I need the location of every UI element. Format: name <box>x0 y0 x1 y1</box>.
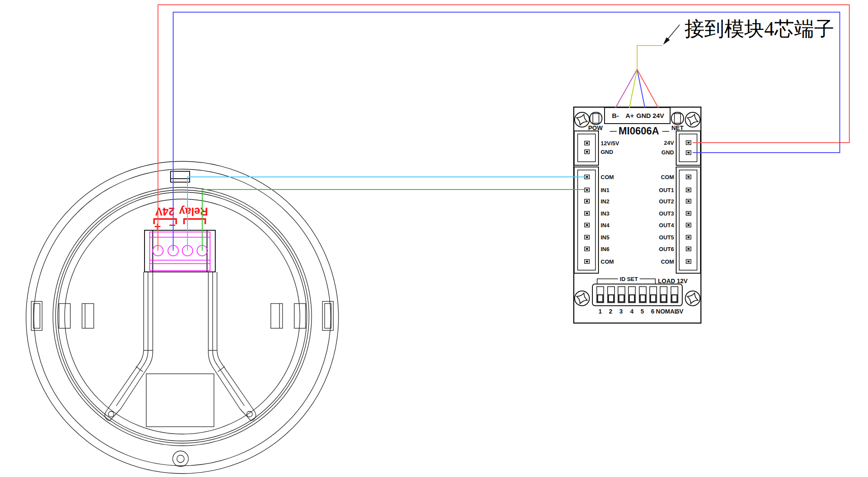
wire-fan-red <box>637 69 658 108</box>
screw-top-left <box>575 112 589 127</box>
load-12v-label: LOAD 12V <box>658 278 688 284</box>
pin <box>686 223 691 227</box>
pin <box>686 260 691 264</box>
io-right-out2: OUT2 <box>659 198 674 205</box>
dip-switch-4[interactable] <box>628 287 635 303</box>
io-left-in1: IN1 <box>601 187 609 193</box>
pin <box>686 235 691 239</box>
pin <box>585 235 589 239</box>
dip-label-3: 3 <box>619 308 623 315</box>
dip-switch-5[interactable] <box>639 287 646 303</box>
funnel-neck <box>105 272 256 421</box>
wiring-diagram-page: 24V Relay + − <box>0 0 868 477</box>
dip-switch-3[interactable] <box>618 287 625 303</box>
io-connector-right <box>676 167 700 273</box>
screw-top-right <box>685 112 700 127</box>
net-label: NET <box>671 124 684 131</box>
top-terminal-label-b: B- <box>612 112 619 119</box>
pin <box>585 223 589 227</box>
device-silkscreen: 24V Relay + − <box>154 206 208 233</box>
io-right-com-bottom: COM <box>661 258 674 265</box>
pin <box>585 199 589 203</box>
speaker-back-box <box>146 374 214 427</box>
pin <box>585 260 589 264</box>
pin <box>686 212 691 216</box>
io-left-com-bottom: COM <box>601 258 614 265</box>
wire-24v-red <box>158 5 849 251</box>
dip-switch-5v[interactable] <box>671 287 678 303</box>
pin <box>686 151 691 155</box>
dip-label-6: 6 <box>651 308 654 315</box>
wire-com-cyan <box>187 177 585 251</box>
mounting-ring <box>53 187 312 446</box>
io-left-in5: IN5 <box>601 234 609 241</box>
terminal-block-magenta <box>150 232 210 271</box>
power-right-label-24v: 24V <box>664 140 674 146</box>
top-terminal-label-24v: 24V <box>653 112 664 119</box>
io-right-out4: OUT4 <box>659 222 674 229</box>
dip-switch-2[interactable] <box>608 287 615 303</box>
wires <box>158 5 849 251</box>
pow-label: POW <box>588 124 603 131</box>
dip-label-1: 1 <box>598 308 602 315</box>
power-right-label-gnd: GND <box>661 149 674 156</box>
pin <box>585 141 589 145</box>
pow-socket <box>590 112 602 124</box>
top-terminal-label-a: A+ <box>625 112 634 119</box>
pin <box>686 199 691 203</box>
power-left-label-12v: 12V/5V <box>601 140 619 147</box>
dip-label-2: 2 <box>609 308 612 315</box>
wire-gnd-blue <box>173 12 840 251</box>
callout: 接到模块4芯端子 <box>663 18 834 45</box>
io-right-out6: OUT6 <box>659 246 674 252</box>
bottom-mount-hole <box>173 451 188 467</box>
dip-label-5: 5 <box>641 308 644 315</box>
pin <box>686 188 691 192</box>
pin <box>686 247 691 251</box>
slot-right-outer <box>322 301 333 330</box>
power-connector-left <box>574 131 598 165</box>
pin <box>686 175 691 179</box>
wiring-diagram: 24V Relay + − <box>0 0 868 477</box>
io-connector-left <box>574 167 598 273</box>
dip-switch-nomal[interactable] <box>660 287 667 303</box>
id-set-label: ID SET <box>620 276 638 282</box>
wire-in1-green <box>202 189 585 251</box>
io-left-in6: IN6 <box>601 246 609 252</box>
pin <box>585 212 589 216</box>
pin <box>585 247 589 251</box>
power-connector-right <box>676 131 700 165</box>
pin <box>686 141 691 145</box>
callout-leader-line <box>667 25 680 40</box>
slot-left-inner <box>82 304 94 328</box>
label-minus: − <box>169 219 175 232</box>
funnel-foot-right <box>240 403 256 421</box>
mounting-slots <box>31 301 333 330</box>
module-title: MI0606A <box>618 125 659 137</box>
power-left-label-gnd: GND <box>601 149 613 155</box>
id-set-bracket <box>640 279 655 284</box>
net-socket <box>671 112 684 124</box>
dip-label-nomal: NOMAL <box>656 308 678 315</box>
screw-bottom-right <box>685 291 700 306</box>
top-terminal-label-gnd: GND <box>636 112 651 119</box>
device-terminal-block <box>145 230 215 272</box>
dip-label-5v: 5V <box>676 308 684 315</box>
io-left-com-top: COM <box>601 174 614 180</box>
io-right-com-top: COM <box>661 174 674 180</box>
io-right-out1: OUT1 <box>659 187 674 193</box>
dip-switch-1[interactable] <box>597 287 604 303</box>
wire-fan-blue <box>637 69 645 108</box>
io-right-out3: OUT3 <box>659 210 674 217</box>
wire-bundle-yellow <box>637 46 662 69</box>
wire-fan-yellowgreen <box>629 69 637 108</box>
slot-right-inner <box>271 304 283 328</box>
callout-text: 接到模块4芯端子 <box>684 18 834 40</box>
funnel-foot-left <box>105 403 121 421</box>
screw-bottom-left <box>575 291 589 306</box>
dip-switch-6[interactable] <box>650 287 657 303</box>
io-left-in2: IN2 <box>601 198 609 205</box>
module-board <box>574 107 701 323</box>
label-relay: Relay <box>179 206 208 218</box>
dip-label-4: 4 <box>630 308 634 315</box>
